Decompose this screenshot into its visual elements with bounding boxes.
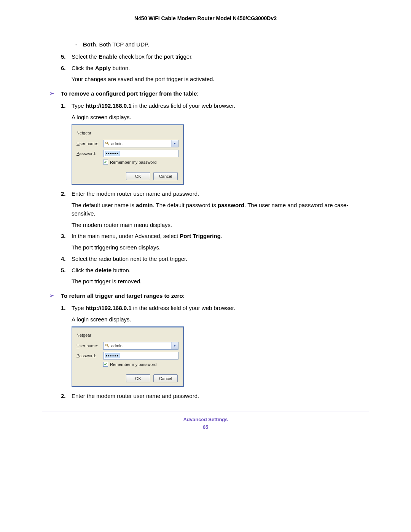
login-user-combo[interactable]: admin ▾ <box>103 140 178 147</box>
heading-text: To remove a configured port trigger from… <box>61 89 199 98</box>
key-icon <box>105 343 110 348</box>
login-user-label: User name: <box>76 141 103 146</box>
step-text: Enter the modem router user name and pas… <box>72 392 369 400</box>
step-num: 4. <box>61 255 72 263</box>
step-num: 6. <box>61 64 72 72</box>
step-text: Click the delete button. <box>72 266 369 275</box>
login-pass-row: Password: ••••••• <box>76 352 178 359</box>
checkbox-checked-icon[interactable]: ✔ <box>103 160 108 165</box>
login-remember[interactable]: ✔ Remember my password <box>103 362 178 367</box>
remove-step-1: 1. Type http://192.168.0.1 in the addres… <box>61 102 369 110</box>
step-text: Select the Enable check box for the port… <box>72 53 369 61</box>
heading-remove: ➢ To remove a configured port trigger fr… <box>49 89 369 98</box>
remove-step-3-cont: The port triggering screen displays. <box>72 243 369 252</box>
step-num: 1. <box>61 102 72 110</box>
step-text: In the main menu, under Advanced, select… <box>72 232 369 240</box>
login-pass-row: Password: ••••••• <box>76 150 178 157</box>
footer-rule <box>42 412 369 412</box>
step-6: 6. Click the Apply button. <box>61 64 369 72</box>
remove-step-5-cont: The port trigger is removed. <box>72 277 369 286</box>
login-pass-label: Password: <box>76 151 103 156</box>
remove-step-2-cont-a: The default user name is admin. The defa… <box>72 201 369 218</box>
body-content: - Both. Both TCP and UDP. 5. Select the … <box>42 40 369 400</box>
arrow-icon: ➢ <box>49 89 61 98</box>
step-num: 3. <box>61 232 72 240</box>
bullet-desc: . Both TCP and UDP. <box>96 41 149 48</box>
step-text: Type http://192.168.0.1 in the address f… <box>72 102 369 110</box>
remove-step-2: 2. Enter the modem router user name and … <box>61 190 369 198</box>
checkbox-checked-icon[interactable]: ✔ <box>103 362 108 367</box>
login-dialog: Netgear User name: admin ▾ Password: <box>72 124 184 185</box>
bullet-dash: - <box>75 40 83 49</box>
step-text: Type http://192.168.0.1 in the address f… <box>72 304 369 312</box>
step-text: Click the Apply button. <box>72 64 369 72</box>
login-pass-mask: ••••••• <box>105 353 119 358</box>
step-num: 2. <box>61 392 72 400</box>
page-footer: Advanced Settings 65 <box>42 416 369 431</box>
return-step-1: 1. Type http://192.168.0.1 in the addres… <box>61 304 369 312</box>
step-num: 5. <box>61 53 72 61</box>
arrow-icon: ➢ <box>49 292 61 300</box>
step-6-cont: Your changes are saved and the port trig… <box>72 75 369 83</box>
login-user-value: admin <box>111 343 123 348</box>
login-buttons: OK Cancel <box>76 374 178 382</box>
ok-button[interactable]: OK <box>126 374 150 382</box>
login-user-row: User name: admin ▾ <box>76 140 178 147</box>
bullet-label: Both <box>83 41 96 48</box>
remove-step-4: 4. Select the radio button next to the p… <box>61 255 369 263</box>
login-user-row: User name: admin ▾ <box>76 342 178 350</box>
footer-page-number: 65 <box>42 423 369 431</box>
step-num: 1. <box>61 304 72 312</box>
chevron-down-icon[interactable]: ▾ <box>171 342 178 349</box>
return-step-1-cont: A login screen displays. <box>72 315 369 324</box>
step-text: Enter the modem router user name and pas… <box>72 190 369 198</box>
login-user-value: admin <box>111 141 123 146</box>
key-icon <box>105 141 110 146</box>
document-page: N450 WiFi Cable Modem Router Model N450/… <box>0 0 411 442</box>
cancel-button[interactable]: Cancel <box>153 172 178 180</box>
step-text: Select the radio button next to the port… <box>72 255 369 263</box>
login-pass-input[interactable]: ••••••• <box>103 352 178 359</box>
heading-return: ➢ To return all trigger and target range… <box>49 292 369 300</box>
step-num: 2. <box>61 190 72 198</box>
page-header: N450 WiFi Cable Modem Router Model N450/… <box>42 15 369 21</box>
remove-step-2-cont-b: The modem router main menu displays. <box>72 221 369 229</box>
step-5: 5. Select the Enable check box for the p… <box>61 53 369 61</box>
login-pass-input[interactable]: ••••••• <box>103 150 178 157</box>
bullet-text: Both. Both TCP and UDP. <box>83 40 149 49</box>
step-num: 5. <box>61 266 72 275</box>
footer-section: Advanced Settings <box>42 416 369 423</box>
return-step-2: 2. Enter the modem router user name and … <box>61 392 369 400</box>
ok-button[interactable]: OK <box>126 172 150 180</box>
remove-step-3: 3. In the main menu, under Advanced, sel… <box>61 232 369 240</box>
login-dialog: Netgear User name: admin ▾ Password: <box>72 326 184 387</box>
login-pass-label: Password: <box>76 353 103 358</box>
login-user-label: User name: <box>76 343 103 348</box>
login-remember[interactable]: ✔ Remember my password <box>103 160 178 165</box>
login-realm: Netgear <box>76 131 178 135</box>
remove-step-1-cont: A login screen displays. <box>72 113 369 121</box>
login-user-combo[interactable]: admin ▾ <box>103 342 178 350</box>
login-pass-mask: ••••••• <box>105 151 119 156</box>
login-buttons: OK Cancel <box>76 172 178 180</box>
login-realm: Netgear <box>76 333 178 337</box>
heading-text: To return all trigger and target ranges … <box>61 292 185 300</box>
remove-step-5: 5. Click the delete button. <box>61 266 369 275</box>
bullet-both: - Both. Both TCP and UDP. <box>75 40 369 49</box>
cancel-button[interactable]: Cancel <box>153 374 178 382</box>
chevron-down-icon[interactable]: ▾ <box>171 140 178 147</box>
